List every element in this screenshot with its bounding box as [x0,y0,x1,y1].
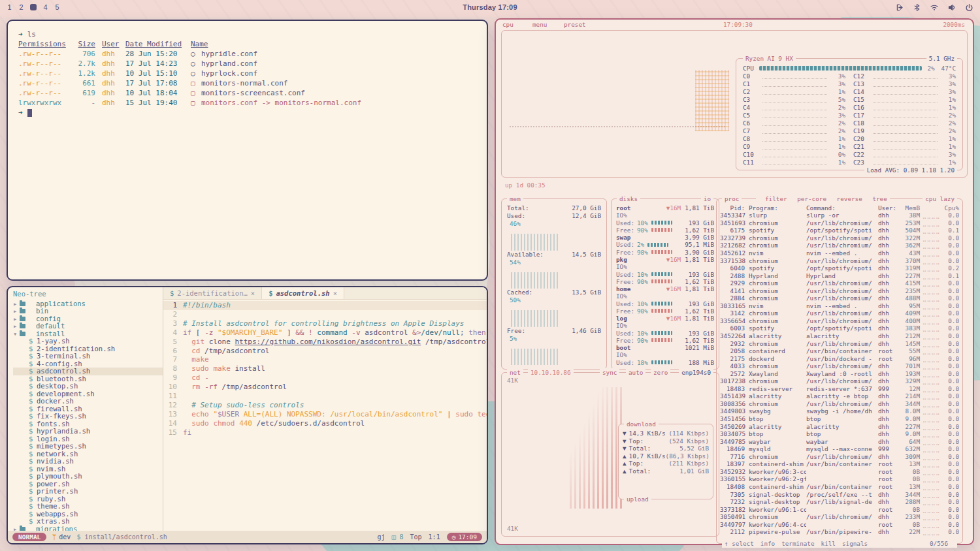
preset-button[interactable]: preset [564,21,586,28]
process-row[interactable]: 7716 chromium /usr/lib/chromium/ dhh 309… [720,453,959,461]
process-row[interactable]: 3371538 chromium /usr/lib/chromium/ dhh … [720,257,959,264]
buffer-tab[interactable]: $ 2-identification… × [163,287,262,299]
tree-item[interactable]: $ plymouth.sh [13,473,163,480]
terminate-action[interactable]: terminate [781,539,814,548]
process-row[interactable]: 7232 signal-desktop /usr/lib/signal-de d… [720,498,959,506]
info-action[interactable]: info [760,539,775,548]
disks-io-toggle[interactable]: io [701,195,713,203]
menu-button[interactable]: menu [532,21,547,28]
tree-item[interactable]: $ 3-terminal.sh [13,353,163,360]
kill-action[interactable]: kill [821,539,836,548]
process-row[interactable]: 3452932 kworker/u96:3-co root 0B ⣀⣀⣀⣀ 0.… [720,468,959,476]
proc-tree-toggle[interactable]: tree [872,195,887,202]
close-icon[interactable]: × [251,289,255,297]
close-icon[interactable]: × [333,289,337,297]
process-row[interactable]: 2932 chromium /usr/lib/chromium/ dhh 145… [720,339,959,347]
net-auto-toggle[interactable]: auto [626,368,645,377]
process-row[interactable]: 2058 containerd /usr/bin/container root … [720,347,959,355]
tree-item[interactable]: $ nvim.sh [13,465,163,473]
tree-item[interactable]: $ development.sh [13,390,163,398]
tree-item[interactable]: $ asdcontrol.sh [13,368,163,375]
signals-action[interactable]: signals [842,539,868,548]
process-row[interactable]: 3232739 chromium /usr/lib/chromium/ dhh … [720,234,959,242]
proc-filter-button[interactable]: filter [765,195,787,202]
code-area[interactable]: 1 #!/bin/bash 2 3 # Install asdcontrol f… [163,300,487,531]
tree-expander-icon[interactable]: ▸ [13,526,20,531]
net-zero-toggle[interactable]: zero [651,368,670,377]
update-interval[interactable]: 2000ms [943,21,965,28]
process-row[interactable]: 3142 chromium /usr/lib/chromium/ dhh 409… [720,309,959,317]
process-row[interactable]: 3008356 chromium /usr/lib/chromium/ dhh … [720,400,959,408]
buffer-tab[interactable]: $ asdcontrol.sh × [262,287,344,299]
process-row[interactable]: 3360155 kworker/u96:2-gf root 0B ⣀⣀⣀⣀ 0.… [720,475,959,483]
tree-item[interactable]: $ printer.sh [13,488,163,496]
tree-item[interactable]: $ power.sh [13,480,163,488]
process-row[interactable]: 3451439 alacritty alacritty -e btop dhh … [720,392,959,400]
process-row[interactable]: 18408 containerd-shim /usr/bin/container… [720,483,959,491]
tree-item[interactable]: ▸ default [13,323,163,330]
process-row[interactable]: 2572 Xwayland Xwayland :0 -rootl dhh 193… [720,370,959,377]
select-action[interactable]: ↑ select [725,539,754,548]
tree-item[interactable]: $ firewall.sh [13,405,163,413]
process-row[interactable]: 3017238 chromium /usr/lib/chromium/ dhh … [720,377,959,385]
process-row[interactable]: 18469 mysqld mysqld --max-conne 999 632M… [720,445,959,453]
tree-item[interactable]: $ theme.sh [13,503,163,511]
process-row[interactable]: 6003 spotify /opt/spotify/spoti dhh 383M… [720,324,959,332]
tree-item[interactable]: $ desktop.sh [13,383,163,390]
tree-item[interactable]: $ hyprlandia.sh [13,428,163,435]
cpu-box-label[interactable]: cpu [502,21,514,28]
tree-item[interactable]: $ webapps.sh [13,511,163,518]
workspace-indicator[interactable]: 1 [7,3,12,11]
proc-sort-selector[interactable]: cpu lazy [923,195,957,203]
process-row[interactable]: 3050491 chromium /usr/lib/chromium/ dhh … [720,513,959,521]
process-row[interactable]: 2488 Hyprland Hyprland dhh 227M ⣀⣀⣀⣀ 0.1 [720,272,959,279]
tree-item[interactable]: $ network.sh [13,450,163,458]
process-row[interactable]: 3033165 nvim nvim --embed . dhh 95M ⣀⣀⣀⣀… [720,302,959,310]
process-row[interactable]: 3450269 alacritty alacritty dhh 227M ⣀⣀⣀… [720,422,959,430]
workspace-indicator[interactable] [30,4,37,10]
process-row[interactable]: 3449797 kworker/u96:4-co root 0B ⣀⣀⣀⣀ 0.… [720,520,959,528]
tree-item[interactable]: ▾ install [13,330,163,338]
process-row[interactable]: 4033 chromium /usr/lib/chromium/ dhh 701… [720,362,959,370]
process-row[interactable]: 2884 chromium /usr/lib/chromium/ dhh 488… [720,294,959,302]
net-sync-toggle[interactable]: sync [600,368,619,377]
process-row[interactable]: 3373182 kworker/u96:1-co root 0B ⣀⣀⣀⣀ 0.… [720,505,959,513]
proc-percore-toggle[interactable]: per-core [797,195,826,202]
process-row[interactable]: 7305 signal-desktop /proc/self/exe --t d… [720,490,959,498]
process-row[interactable]: 3451456 btop btop dhh 9.0M ⣀⣀⣀⣀ 0.0 [720,415,959,423]
process-row[interactable]: 3449803 swaybg swaybg -i /home/dh dhh 8.… [720,407,959,415]
process-row[interactable]: 3452612 nvim nvim --embed . dhh 43M ⣀⣀⣀⣀… [720,249,959,257]
tree-item[interactable]: $ bluetooth.sh [13,375,163,383]
network-interface[interactable]: enp194s0 [679,368,713,377]
process-row[interactable]: 6175 spotify /opt/spotify/spoti dhh 504M… [720,227,959,234]
wifi-icon[interactable] [930,3,939,12]
workspace-indicator[interactable]: 5 [54,3,60,11]
process-row[interactable]: 3356654 chromium /usr/lib/chromium/ dhh … [720,317,959,325]
tree-expander-icon[interactable]: ▸ [13,323,20,330]
process-row[interactable]: 4141 chromium /usr/lib/chromium/ dhh 235… [720,287,959,294]
process-row[interactable]: 6040 spotify /opt/spotify/spoti dhh 319M… [720,264,959,272]
volume-icon[interactable] [947,3,956,12]
workspace-indicator[interactable]: 2 [18,3,24,11]
bluetooth-icon[interactable] [913,3,921,12]
process-row[interactable]: 3449785 waybar waybar dhh 64M ⣀⣀⣀⣀ 0.0 [720,437,959,445]
tree-item[interactable]: $ login.sh [13,435,163,443]
tree-item[interactable]: $ docker.sh [13,398,163,405]
proc-reverse-toggle[interactable]: reverse [837,195,862,202]
tree-expander-icon[interactable]: ▸ [13,307,20,315]
power-icon[interactable] [965,3,973,12]
tree-expander-icon[interactable]: ▾ [13,330,20,338]
workspace-indicator[interactable]: 4 [42,3,48,11]
proc-column-header[interactable]: Pid: Program: Command: User: MemB Cpu% [720,204,959,212]
logout-icon[interactable] [896,3,904,12]
process-row[interactable]: 2175 dockerd /usr/bin/dockerd - root 96M… [720,354,959,362]
process-row[interactable]: 18483 redis-server redis-server *:637 99… [720,385,959,393]
process-row[interactable]: 2112 pipewire-pulse /usr/bin/pipewire- d… [720,528,959,536]
process-row[interactable]: 3452264 alacritty alacritty dhh 212M ⣀⣀⣀… [720,332,959,340]
process-row[interactable]: 3034075 btop btop dhh 9.0M ⣀⣀⣀⣀ 0.0 [720,430,959,438]
process-row[interactable]: 18397 containerd-shim /usr/bin/container… [720,460,959,468]
process-row[interactable]: 3451693 chromium /usr/lib/chromium/ dhh … [720,219,959,227]
tree-item[interactable]: $ 1-yay.sh [13,338,163,345]
tree-item[interactable]: $ mimetypes.sh [13,443,163,450]
process-row[interactable]: 3453347 slurp slurp -or dhh 38M ⣀⣀⣀⣀ 0.0 [720,212,959,219]
